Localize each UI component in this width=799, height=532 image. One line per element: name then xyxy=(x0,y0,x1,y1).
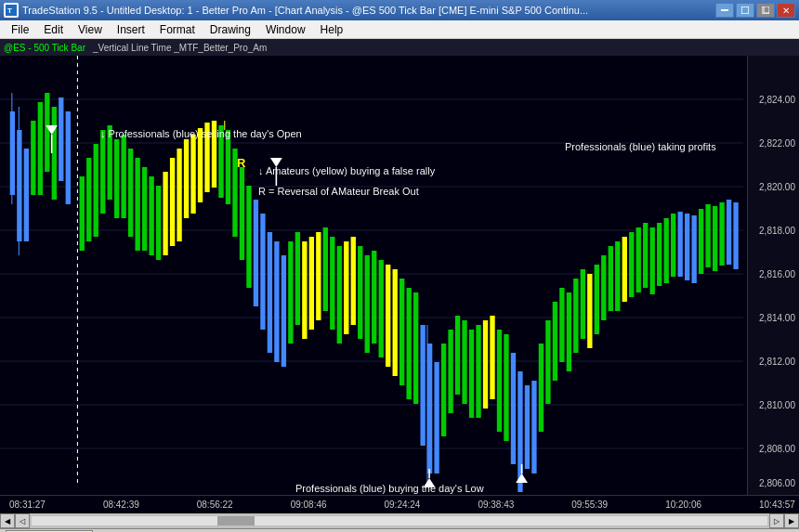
svg-rect-30 xyxy=(108,125,112,200)
svg-rect-49 xyxy=(240,167,244,260)
x-label-9: 10:43:57 xyxy=(759,500,795,510)
svg-rect-45 xyxy=(212,121,216,188)
svg-rect-47 xyxy=(226,130,230,204)
svg-rect-28 xyxy=(94,144,98,237)
svg-rect-52 xyxy=(260,214,265,330)
menu-window[interactable]: Window xyxy=(258,20,313,38)
svg-rect-43 xyxy=(198,128,203,202)
menu-help[interactable]: Help xyxy=(313,20,351,38)
svg-rect-57 xyxy=(295,232,300,325)
svg-rect-92 xyxy=(539,344,544,432)
svg-rect-83 xyxy=(476,325,480,418)
svg-rect-104 xyxy=(622,237,627,302)
svg-rect-22 xyxy=(45,93,49,172)
svg-rect-42 xyxy=(190,135,195,214)
x-label-6: 09:38:43 xyxy=(478,500,514,510)
svg-rect-5 xyxy=(764,6,769,13)
price-label-2: 2,822.00 xyxy=(759,138,795,149)
svg-rect-96 xyxy=(567,292,571,371)
svg-rect-35 xyxy=(142,167,147,251)
svg-rect-105 xyxy=(629,232,634,297)
svg-rect-109 xyxy=(657,223,661,286)
svg-rect-51 xyxy=(254,200,258,306)
svg-rect-39 xyxy=(170,158,175,246)
svg-rect-61 xyxy=(323,227,328,311)
horizontal-scrollbar[interactable]: ◀ ◁ ▷ ▶ xyxy=(0,513,799,528)
chart-indicators: _Vertical Line Time _MTF_Better_Pro_Am xyxy=(93,43,267,53)
minimize-button[interactable] xyxy=(715,3,734,18)
maximize-button[interactable] xyxy=(736,3,754,18)
svg-rect-59 xyxy=(309,237,314,330)
svg-rect-32 xyxy=(121,135,125,218)
svg-rect-48 xyxy=(232,149,237,237)
svg-rect-77 xyxy=(434,362,439,474)
svg-rect-25 xyxy=(66,111,71,204)
menu-insert[interactable]: Insert xyxy=(110,20,152,38)
svg-rect-80 xyxy=(455,316,460,395)
svg-rect-19 xyxy=(24,149,29,241)
svg-rect-40 xyxy=(177,149,181,241)
menu-file[interactable]: File xyxy=(4,20,36,38)
window-title: TradeStation 9.5 - Untitled Desktop: 1 -… xyxy=(22,5,715,16)
svg-rect-21 xyxy=(38,102,43,195)
svg-rect-118 xyxy=(719,202,724,266)
menu-edit[interactable]: Edit xyxy=(36,20,71,38)
svg-rect-94 xyxy=(553,302,557,381)
svg-rect-24 xyxy=(59,97,63,181)
menu-format[interactable]: Format xyxy=(152,20,203,38)
window-controls: ✕ xyxy=(715,3,795,18)
svg-rect-98 xyxy=(581,269,585,339)
svg-rect-71 xyxy=(393,269,398,376)
scrollbar-track[interactable] xyxy=(32,516,767,526)
svg-rect-54 xyxy=(274,241,279,362)
scroll-next-button[interactable]: ▷ xyxy=(769,513,784,528)
chart-svg xyxy=(0,56,799,495)
price-scale: 2,824.00 2,822.00 2,820.00 2,818.00 2,81… xyxy=(747,56,799,495)
svg-rect-81 xyxy=(462,320,466,404)
svg-rect-17 xyxy=(10,111,15,195)
chart-symbol: @ES - 500 Tick Bar xyxy=(4,43,85,53)
svg-rect-107 xyxy=(643,223,648,288)
close-button[interactable]: ✕ xyxy=(777,3,795,18)
price-label-9: 2,808.00 xyxy=(759,444,795,454)
price-label-10: 2,806.00 xyxy=(759,478,795,488)
scrollbar-thumb[interactable] xyxy=(217,516,255,526)
price-label-7: 2,812.00 xyxy=(759,357,795,367)
svg-rect-90 xyxy=(525,385,530,469)
svg-rect-79 xyxy=(448,330,452,413)
svg-rect-88 xyxy=(511,353,516,464)
svg-rect-29 xyxy=(100,130,105,214)
app-icon: T xyxy=(4,3,19,18)
x-axis-labels: 08:31:27 08:42:39 08:56:22 09:08:46 09:2… xyxy=(0,500,799,510)
svg-rect-64 xyxy=(344,241,348,334)
restore-button[interactable] xyxy=(756,3,775,18)
scroll-left-button[interactable]: ◀ xyxy=(0,513,15,528)
svg-rect-63 xyxy=(337,246,342,344)
svg-rect-95 xyxy=(559,288,564,362)
svg-rect-60 xyxy=(316,232,321,320)
title-bar: T TradeStation 9.5 - Untitled Desktop: 1… xyxy=(0,0,799,20)
svg-rect-69 xyxy=(379,260,384,357)
svg-rect-91 xyxy=(531,381,536,474)
svg-rect-106 xyxy=(636,227,641,292)
svg-rect-82 xyxy=(469,330,474,418)
price-label-4: 2,818.00 xyxy=(759,226,795,236)
svg-rect-68 xyxy=(372,251,376,344)
x-label-7: 09:55:39 xyxy=(571,500,608,510)
svg-rect-100 xyxy=(595,265,599,334)
price-label-6: 2,814.00 xyxy=(759,313,795,323)
menu-drawing[interactable]: Drawing xyxy=(203,20,258,38)
tab-bar: Better Pro Am xyxy=(0,528,799,532)
scroll-prev-button[interactable]: ◁ xyxy=(15,513,30,528)
svg-text:T: T xyxy=(7,6,12,15)
svg-rect-120 xyxy=(733,202,738,269)
svg-rect-2 xyxy=(721,9,728,11)
scroll-right-button[interactable]: ▶ xyxy=(784,513,799,528)
menu-view[interactable]: View xyxy=(71,20,110,38)
svg-rect-73 xyxy=(406,288,411,399)
svg-rect-31 xyxy=(114,139,119,218)
svg-rect-117 xyxy=(713,206,717,271)
chart-area[interactable]: 2,824.00 2,822.00 2,820.00 2,818.00 2,81… xyxy=(0,56,799,495)
svg-rect-86 xyxy=(497,330,502,432)
svg-rect-70 xyxy=(386,265,390,367)
